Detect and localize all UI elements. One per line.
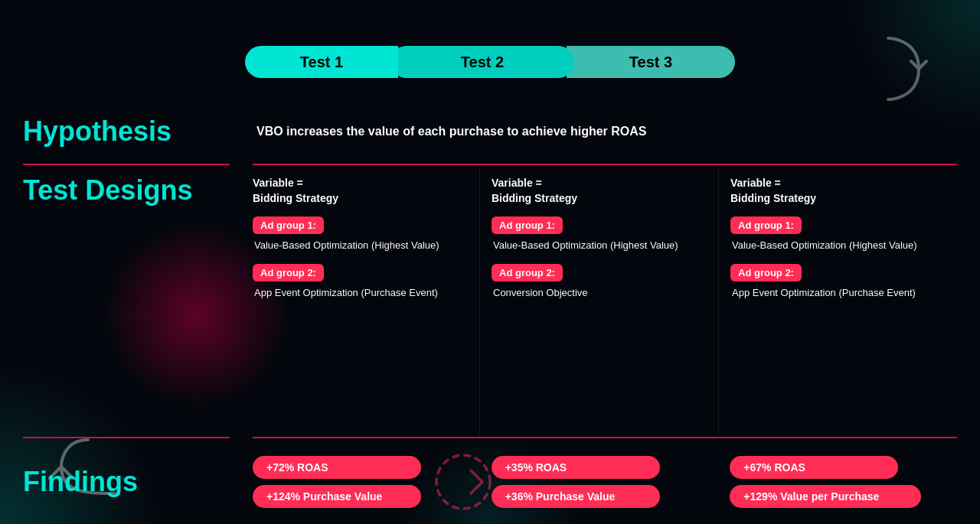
content-area: Hypothesis Test Designs Findings VBO inc… (23, 101, 957, 524)
hypothesis-text: VBO increases the value of each purchase… (253, 101, 957, 162)
page-container: Test 1 Test 2 Test 3 Hypothesis Test Des… (0, 0, 980, 524)
finding2-badge1: +35% ROAS (492, 456, 660, 479)
finding3-badge1: +67% ROAS (730, 456, 898, 479)
hypothesis-divider (253, 164, 957, 165)
test3-variable-label: Variable = Bidding Strategy (730, 176, 946, 206)
tab-test1[interactable]: Test 1 (245, 46, 398, 78)
finding3-badge2: +129% Value per Purchase (730, 485, 921, 508)
test3-adgroup1-desc: Value-Based Optimization (Highest Value) (730, 239, 946, 253)
test3-adgroup1-badge: Ad group 1: (730, 216, 802, 234)
test2-adgroup2-badge: Ad group 2: (492, 264, 563, 282)
finding1-col: +72% ROAS +124% Purchase Value (253, 456, 480, 508)
test1-column: Variable = Bidding Strategy Ad group 1: … (253, 167, 480, 435)
finding1-badge2: +124% Purchase Value (253, 485, 421, 508)
test3-adgroup2-desc: App Event Optimization (Purchase Event) (730, 286, 946, 301)
findings-columns: +72% ROAS +124% Purchase Value +35% ROAS… (253, 440, 957, 524)
test1-adgroup1-badge: Ad group 1: (253, 216, 324, 234)
test1-adgroup1-desc: Value-Based Optimization (Highest Value) (253, 239, 468, 253)
hypothesis-section-label: Hypothesis (23, 101, 253, 162)
right-columns: VBO increases the value of each purchase… (253, 101, 957, 524)
findings-label: Findings (23, 466, 138, 498)
test2-variable-label: Variable = Bidding Strategy (492, 176, 707, 206)
tab-test2[interactable]: Test 2 (390, 46, 574, 78)
test-designs-label: Test Designs (23, 174, 192, 207)
test3-adgroup2-badge: Ad group 2: (730, 264, 802, 282)
test2-adgroup1-desc: Value-Based Optimization (Highest Value) (492, 239, 707, 253)
test-designs-columns: Variable = Bidding Strategy Ad group 1: … (253, 167, 957, 435)
test1-adgroup2-desc: App Event Optimization (Purchase Event) (253, 286, 468, 301)
test2-adgroup2-desc: Conversion Objective (492, 286, 707, 301)
test3-column: Variable = Bidding Strategy Ad group 1: … (719, 167, 957, 435)
finding1-badge1: +72% ROAS (253, 456, 421, 479)
test-designs-section-label: Test Designs (23, 167, 253, 435)
finding2-badge2: +36% Purchase Value (492, 485, 660, 508)
left-labels: Hypothesis Test Designs Findings (23, 101, 253, 524)
hypothesis-label: Hypothesis (23, 116, 172, 148)
finding3-col: +67% ROAS +129% Value per Purchase (718, 456, 957, 508)
test1-variable-label: Variable = Bidding Strategy (253, 176, 468, 206)
test1-adgroup2-badge: Ad group 2: (253, 264, 324, 282)
test2-column: Variable = Bidding Strategy Ad group 1: … (480, 167, 719, 435)
findings-divider (253, 437, 957, 438)
findings-section-label: Findings (23, 440, 253, 524)
tab-test3[interactable]: Test 3 (567, 46, 735, 78)
test2-adgroup1-badge: Ad group 1: (492, 216, 563, 234)
finding2-col: +35% ROAS +36% Purchase Value (480, 456, 719, 508)
tabs-row: Test 1 Test 2 Test 3 (23, 46, 957, 78)
